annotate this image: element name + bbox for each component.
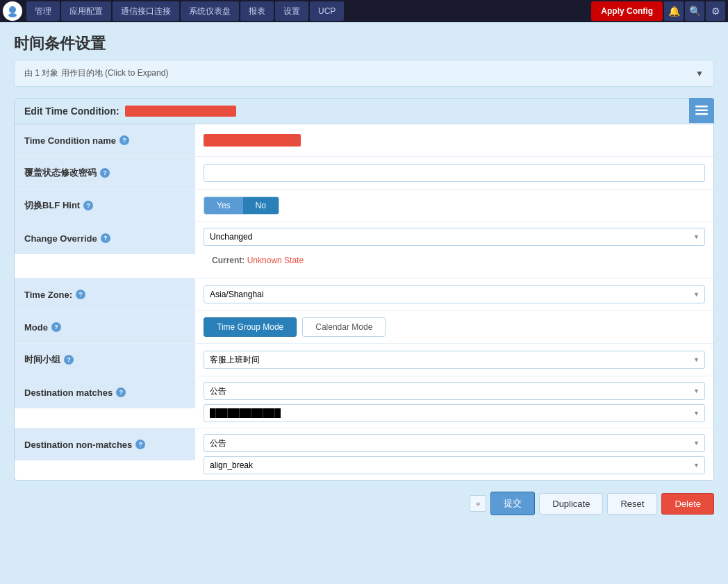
gear-icon[interactable]: ⚙ — [706, 1, 725, 21]
svg-point-0 — [9, 6, 16, 13]
timezone-label: Time Zone: ? — [15, 278, 195, 310]
svg-rect-2 — [695, 106, 708, 108]
time-condition-name-field — [195, 124, 713, 156]
destination-matches-field: 公告 ████████████ — [195, 376, 713, 428]
bottom-action-bar: » 提交 Duplicate Reset Delete — [0, 481, 728, 526]
search-icon[interactable]: 🔍 — [685, 1, 704, 21]
edit-form: Edit Time Condition: Time Condition name… — [14, 98, 714, 481]
help-icon-name[interactable]: ? — [119, 135, 129, 145]
blf-hint-field: Yes No — [195, 190, 713, 222]
change-override-select[interactable]: Unchanged — [204, 228, 705, 246]
destination-non-matches-row: Destination non-matches ? 公告 align_break — [15, 428, 713, 480]
mode-field: Time Group Mode Calendar Mode — [195, 311, 713, 343]
submit-button[interactable]: 提交 — [490, 492, 535, 515]
blf-hint-row: 切换BLF Hint ? Yes No — [15, 190, 713, 222]
nav-comm-interface[interactable]: 通信接口连接 — [113, 1, 179, 21]
page-title: 时间条件设置 — [0, 22, 728, 60]
mode-label: Mode ? — [15, 311, 195, 343]
help-icon-time-group[interactable]: ? — [64, 355, 74, 365]
nav-admin[interactable]: 管理 — [26, 1, 60, 21]
dest-matches-select1[interactable]: 公告 — [204, 382, 705, 400]
list-view-button[interactable] — [689, 98, 714, 123]
expand-bar[interactable]: 由 1 对象 用作目的地 (Click to Expand) ▼ — [14, 60, 714, 87]
change-override-select-wrapper: Unchanged — [204, 228, 705, 246]
expand-button[interactable]: » — [470, 495, 486, 512]
reset-button[interactable]: Reset — [607, 493, 657, 515]
expand-bar-text: 由 1 对象 用作目的地 (Click to Expand) — [24, 67, 168, 79]
override-password-field — [195, 157, 713, 189]
delete-button[interactable]: Delete — [661, 493, 714, 515]
help-icon-blf[interactable]: ? — [83, 201, 93, 210]
duplicate-button[interactable]: Duplicate — [539, 493, 603, 515]
change-override-label: Change Override ? — [15, 222, 195, 254]
timezone-field: Asia/Shanghai — [195, 278, 713, 310]
destination-matches-selects: 公告 ████████████ — [204, 382, 705, 422]
nav-dashboard[interactable]: 系统仪表盘 — [181, 1, 239, 21]
help-icon-mode[interactable]: ? — [51, 322, 61, 332]
time-condition-name-label: Time Condition name ? — [15, 124, 195, 156]
dest-matches-select2[interactable]: ████████████ — [204, 404, 705, 422]
dest-non-matches-select2-wrapper: align_break — [204, 456, 705, 474]
form-header-text: Edit Time Condition: — [24, 106, 119, 117]
blf-toggle-group: Yes No — [204, 197, 279, 215]
expand-chevron-icon: ▼ — [695, 69, 704, 78]
help-icon-dest-non-matches[interactable]: ? — [135, 440, 145, 449]
current-state-display: Current: Unknown State — [204, 251, 705, 272]
dest-non-matches-select2[interactable]: align_break — [204, 456, 705, 474]
time-group-select[interactable]: 客服上班时间 — [204, 351, 705, 369]
apply-config-button[interactable]: Apply Config — [591, 1, 663, 21]
help-icon-override[interactable]: ? — [101, 233, 110, 243]
dest-matches-select1-wrapper: 公告 — [204, 382, 705, 400]
override-password-label: 覆盖状态修改密码 ? — [15, 157, 195, 189]
nav-reports[interactable]: 报表 — [240, 1, 274, 21]
destination-non-matches-field: 公告 align_break — [195, 428, 713, 480]
nav-app-config[interactable]: 应用配置 — [61, 1, 111, 21]
dest-non-matches-select1-wrapper: 公告 — [204, 434, 705, 452]
notification-icon[interactable]: 🔔 — [664, 1, 684, 21]
form-title-redacted — [125, 106, 236, 117]
blf-yes-button[interactable]: Yes — [204, 197, 243, 214]
time-group-field: 客服上班时间 — [195, 344, 713, 376]
time-group-mode-button[interactable]: Time Group Mode — [204, 317, 297, 337]
nav-settings[interactable]: 设置 — [275, 1, 308, 21]
mode-row: Mode ? Time Group Mode Calendar Mode — [15, 311, 713, 344]
destination-matches-row: Destination matches ? 公告 ████████████ — [15, 376, 713, 428]
help-icon-timezone[interactable]: ? — [76, 290, 85, 299]
svg-point-1 — [8, 13, 17, 17]
top-navigation: 管理 应用配置 通信接口连接 系统仪表盘 报表 设置 UCP Apply Con… — [0, 0, 728, 22]
time-condition-name-row: Time Condition name ? — [15, 124, 713, 157]
app-logo — [3, 1, 22, 21]
blf-hint-label: 切换BLF Hint ? — [15, 190, 195, 222]
time-group-label: 时间小组 ? — [15, 344, 195, 376]
destination-non-matches-selects: 公告 align_break — [204, 434, 705, 474]
help-icon-password[interactable]: ? — [100, 168, 110, 178]
change-override-field: Unchanged Current: Unknown State — [195, 222, 713, 278]
help-icon-dest-matches[interactable]: ? — [116, 387, 126, 397]
time-group-row: 时间小组 ? 客服上班时间 — [15, 344, 713, 376]
time-condition-name-redacted — [204, 134, 301, 147]
change-override-row: Change Override ? Unchanged Current: Unk… — [15, 222, 713, 278]
form-header: Edit Time Condition: — [15, 99, 713, 124]
override-password-row: 覆盖状态修改密码 ? — [15, 157, 713, 190]
timezone-select-wrapper: Asia/Shanghai — [204, 285, 705, 303]
dest-matches-select2-wrapper: ████████████ — [204, 404, 705, 422]
svg-rect-4 — [695, 113, 708, 115]
timezone-row: Time Zone: ? Asia/Shanghai — [15, 278, 713, 311]
timezone-select[interactable]: Asia/Shanghai — [204, 285, 705, 303]
destination-non-matches-label: Destination non-matches ? — [15, 428, 195, 460]
dest-non-matches-select1[interactable]: 公告 — [204, 434, 705, 452]
blf-no-button[interactable]: No — [243, 197, 279, 214]
nav-ucp[interactable]: UCP — [310, 1, 344, 21]
svg-rect-3 — [695, 110, 708, 112]
calendar-mode-button[interactable]: Calendar Mode — [302, 317, 386, 337]
time-group-select-wrapper: 客服上班时间 — [204, 351, 705, 369]
override-password-input[interactable] — [204, 164, 705, 182]
current-state-value: Unknown State — [247, 256, 304, 265]
destination-matches-label: Destination matches ? — [15, 376, 195, 408]
